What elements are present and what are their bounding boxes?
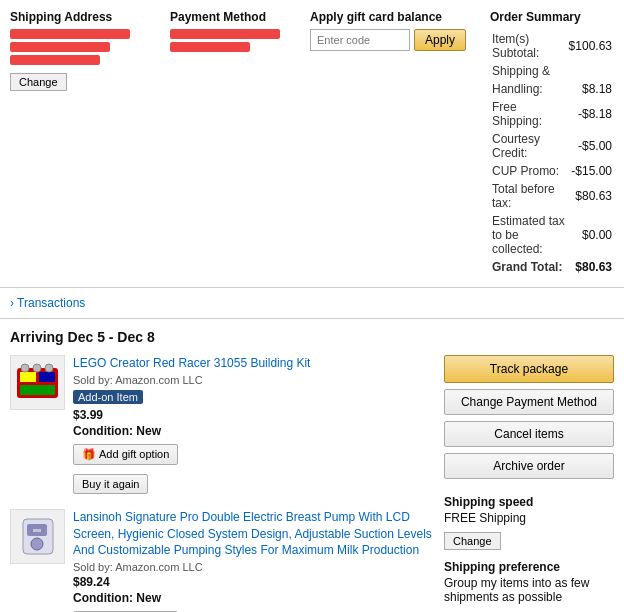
estimated-tax-label: Estimated tax to be collected: xyxy=(492,213,567,257)
svg-rect-3 xyxy=(20,385,55,395)
cup-promo-value: -$15.00 xyxy=(569,163,612,179)
item-image-lego xyxy=(10,355,65,410)
svg-rect-10 xyxy=(33,529,41,532)
actions-panel: Track package Change Payment Method Canc… xyxy=(444,355,614,612)
item-details-lego: LEGO Creator Red Racer 31055 Building Ki… xyxy=(73,355,434,497)
cancel-items-button[interactable]: Cancel items xyxy=(444,421,614,447)
table-row: LEGO Creator Red Racer 31055 Building Ki… xyxy=(10,355,434,497)
change-shipping-button[interactable]: Change xyxy=(444,532,501,550)
address-redacted-3 xyxy=(10,55,100,65)
shipping-speed-section: Shipping speed FREE Shipping Change xyxy=(444,495,614,550)
item-price-lego: $3.99 xyxy=(73,408,434,422)
item-price-pump: $89.24 xyxy=(73,575,434,589)
grand-total-label: Grand Total: xyxy=(492,259,567,275)
apply-button[interactable]: Apply xyxy=(414,29,466,51)
shipping-preference-section: Shipping preference Group my items into … xyxy=(444,560,614,604)
gift-card-header: Apply gift card balance xyxy=(310,10,480,24)
table-row: Lansinoh Signature Pro Double Electric B… xyxy=(10,509,434,612)
gift-card-input[interactable] xyxy=(310,29,410,51)
item-title-lego[interactable]: LEGO Creator Red Racer 31055 Building Ki… xyxy=(73,356,310,370)
address-redacted-1 xyxy=(10,29,130,39)
shipping-pref-value: Group my items into as few shipments as … xyxy=(444,576,614,604)
shipping-speed-header: Shipping speed xyxy=(444,495,614,509)
shipping-speed-value: FREE Shipping xyxy=(444,511,614,525)
courtesy-credit-label: Courtesy Credit: xyxy=(492,131,567,161)
address-redacted-2 xyxy=(10,42,110,52)
payment-method-header: Payment Method xyxy=(170,10,300,24)
free-shipping-label: Free Shipping: xyxy=(492,99,567,129)
handling-label: Handling: xyxy=(492,81,567,97)
handling-value: $8.18 xyxy=(569,81,612,97)
grand-total-value: $80.63 xyxy=(569,259,612,275)
shipping-address-header: Shipping Address xyxy=(10,10,160,24)
svg-point-9 xyxy=(31,538,43,550)
courtesy-credit-value: -$5.00 xyxy=(569,131,612,161)
subtotal-value: $100.63 xyxy=(569,31,612,61)
track-package-button[interactable]: Track package xyxy=(444,355,614,383)
item-image-pump xyxy=(10,509,65,564)
items-list: LEGO Creator Red Racer 31055 Building Ki… xyxy=(10,355,434,612)
before-tax-label: Total before tax: xyxy=(492,181,567,211)
transactions-link[interactable]: › Transactions xyxy=(0,288,624,319)
buy-again-button-lego[interactable]: Buy it again xyxy=(73,474,148,494)
svg-point-6 xyxy=(45,364,53,372)
item-sold-by-pump: Sold by: Amazon.com LLC xyxy=(73,561,434,573)
order-summary-header: Order Summary xyxy=(490,10,614,24)
svg-point-5 xyxy=(33,364,41,372)
before-tax-value: $80.63 xyxy=(569,181,612,211)
payment-redacted-2 xyxy=(170,42,250,52)
svg-rect-2 xyxy=(39,372,55,382)
shipping-handling-label: Shipping & xyxy=(492,63,567,79)
estimated-tax-value: $0.00 xyxy=(569,213,612,257)
item-condition-pump: Condition: New xyxy=(73,591,434,605)
item-condition-lego: Condition: New xyxy=(73,424,434,438)
archive-order-button[interactable]: Archive order xyxy=(444,453,614,479)
arriving-header: Arriving Dec 5 - Dec 8 xyxy=(10,329,614,345)
gift-icon: 🎁 xyxy=(82,448,96,461)
cup-promo-label: CUP Promo: xyxy=(492,163,567,179)
gift-option-button-lego[interactable]: 🎁 Add gift option xyxy=(73,444,178,465)
item-details-pump: Lansinoh Signature Pro Double Electric B… xyxy=(73,509,434,612)
item-title-pump[interactable]: Lansinoh Signature Pro Double Electric B… xyxy=(73,510,432,558)
addon-badge-lego: Add-on Item xyxy=(73,390,143,404)
subtotal-label: Item(s) Subtotal: xyxy=(492,31,567,61)
change-payment-button[interactable]: Change Payment Method xyxy=(444,389,614,415)
svg-point-4 xyxy=(21,364,29,372)
change-address-button[interactable]: Change xyxy=(10,73,67,91)
shipping-pref-header: Shipping preference xyxy=(444,560,614,574)
item-sold-by-lego: Sold by: Amazon.com LLC xyxy=(73,374,434,386)
svg-rect-1 xyxy=(20,372,36,382)
free-shipping-value: -$8.18 xyxy=(569,99,612,129)
payment-redacted-1 xyxy=(170,29,280,39)
